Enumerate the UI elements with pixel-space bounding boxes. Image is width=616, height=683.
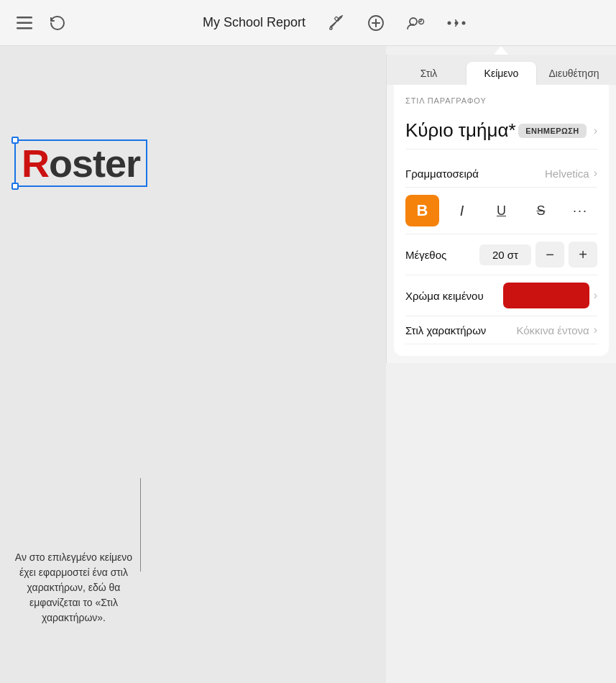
toolbar-center: My School Report [68,13,602,33]
update-badge[interactable]: ΕΝΗΜΕΡΩΣΗ [518,124,586,138]
svg-rect-0 [17,17,32,19]
paragraph-style-name: Κύριο τμήμα* [405,119,516,142]
size-label: Μέγεθος [405,249,446,261]
add-icon[interactable] [366,13,386,33]
tab-style[interactable]: Στιλ [394,62,464,85]
char-style-value: Κόκκινα έντονα [516,324,589,336]
brush-icon[interactable] [326,13,346,33]
font-label: Γραμματοσειρά [405,168,479,180]
text-element-border: Roster [14,139,147,187]
toolbar: My School Report [0,0,616,46]
font-value: Helvetica [545,168,589,180]
strikethrough-button[interactable]: S [524,195,558,226]
toolbar-left [14,13,68,33]
paragraph-style-right: ΕΝΗΜΕΡΩΣΗ › [518,124,597,138]
svg-rect-1 [17,22,32,24]
panel-content: ΣΤΙΛ ΠΑΡΑΓΡΑΦΟΥ Κύριο τμήμα* ΕΝΗΜΕΡΩΣΗ ›… [394,85,609,356]
roster-text: Roster [22,142,140,185]
menu-icon[interactable] [14,13,35,33]
svg-point-11 [448,21,451,24]
text-element[interactable]: Roster [14,139,147,187]
tab-layout[interactable]: Διευθέτηση [539,62,609,85]
char-style-chevron: › [594,324,597,336]
share-icon[interactable] [406,13,426,33]
color-row-right: › [503,283,597,308]
char-style-row[interactable]: Στιλ χαρακτήρων Κόκκινα έντονα › [405,316,597,344]
callout-line [140,478,141,572]
roster-rest: oster [49,142,140,185]
panel-wrapper: Στιλ Κείμενο Διευθέτηση ΣΤΙΛ ΠΑΡΑΓΡΑΦΟΥ … [386,46,616,683]
italic-button[interactable]: I [445,195,479,226]
panel-tabs: Στιλ Κείμενο Διευθέτηση [387,55,616,85]
document-title: My School Report [203,15,305,30]
more-icon[interactable] [446,13,466,33]
handle-top-left[interactable] [12,137,19,144]
color-row[interactable]: Χρώμα κειμένου › [405,275,597,316]
size-increase-button[interactable]: + [569,242,597,267]
main-area: Roster Αν στο επιλεγμένο κείμενο έχει εφ… [0,46,616,683]
size-row: Μέγεθος 20 στ − + [405,234,597,275]
callout-text: Αν στο επιλεγμένο κείμενο έχει εφαρμοστε… [7,550,140,625]
format-row: B I U S ··· [405,188,597,234]
panel-pointer [494,46,508,55]
svg-rect-2 [17,27,32,29]
bold-button[interactable]: B [405,195,439,226]
paragraph-style-chevron: › [594,124,597,137]
svg-point-13 [462,21,466,24]
callout-area: Αν στο επιλεγμένο κείμενο έχει εφαρμοστε… [7,550,140,625]
color-chevron: › [594,289,597,302]
char-style-row-right: Κόκκινα έντονα › [516,324,597,336]
more-format-button[interactable]: ··· [564,195,597,226]
color-swatch[interactable] [503,283,589,308]
color-label: Χρώμα κειμένου [405,290,484,302]
undo-icon[interactable] [47,13,68,33]
underline-button[interactable]: U [484,195,518,226]
panel-pointer-container [386,46,616,55]
size-controls: 20 στ − + [479,242,597,267]
roster-r: R [22,142,49,185]
font-row-right: Helvetica › [545,167,597,180]
canvas-area: Roster Αν στο επιλεγμένο κείμενο έχει εφ… [0,46,386,683]
font-chevron: › [594,167,597,180]
font-row[interactable]: Γραμματοσειρά Helvetica › [405,160,597,188]
char-style-label: Στιλ χαρακτήρων [405,324,486,336]
right-panel: Στιλ Κείμενο Διευθέτηση ΣΤΙΛ ΠΑΡΑΓΡΑΦΟΥ … [386,55,616,363]
handle-bottom-left[interactable] [12,183,19,190]
svg-rect-3 [334,17,339,22]
size-decrease-button[interactable]: − [535,242,564,267]
tab-text[interactable]: Κείμενο [466,62,536,85]
paragraph-style-row[interactable]: Κύριο τμήμα* ΕΝΗΜΕΡΩΣΗ › [405,112,597,150]
section-label: ΣΤΙΛ ΠΑΡΑΓΡΑΦΟΥ [405,96,597,105]
size-value[interactable]: 20 στ [479,244,531,265]
